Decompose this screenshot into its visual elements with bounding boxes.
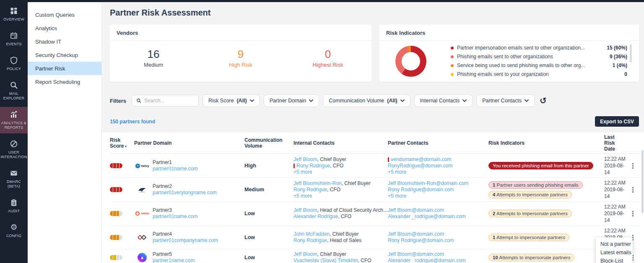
chevron-down-icon	[400, 99, 405, 102]
filter-communication-volume[interactable]: Communication Volume(All)	[323, 94, 410, 107]
row-menu-kebab[interactable]	[629, 186, 636, 193]
filter-risk-score[interactable]: Risk Score(All)	[203, 94, 260, 107]
partner-contact-link[interactable]: Rony Rodrigue@domain.com	[388, 187, 454, 193]
internal-contact-link[interactable]: Alexander Rodrigue	[293, 214, 338, 220]
submenu-item-report-scheduling[interactable]: Report Scheduling	[28, 75, 101, 89]
reset-filters-icon[interactable]: ↺	[540, 96, 547, 105]
partner-contact-link[interactable]: Jeff Bloomshtein-Ron@domain.com	[388, 180, 468, 187]
search-input[interactable]	[144, 98, 194, 104]
partner-logo-ring	[134, 211, 150, 216]
partner-contacts-more-link[interactable]: +5 more	[388, 193, 488, 199]
risk-time: 12:22 AM	[604, 180, 629, 186]
row-menu-kebab[interactable]	[629, 210, 636, 217]
internal-contact-link[interactable]: John McFadden	[293, 231, 330, 237]
risk-time: 12:22 AM	[604, 227, 629, 234]
submenu-item-analytics[interactable]: Analytics	[28, 21, 101, 35]
internal-contact-link[interactable]: Rony Rodrigue	[293, 187, 327, 193]
internal-contact-link[interactable]: Vyacheslav (Slava) Timokhin	[293, 258, 358, 263]
partner-contact-link[interactable]: Rony Rodrigue@domain.com	[388, 237, 454, 244]
partner-contacts-cell: vendorname@domain.comRonyRodrigue@domain…	[388, 156, 488, 175]
internal-contact-link[interactable]: Jeff Bloom	[293, 251, 317, 258]
sidebar-item-audit[interactable]: AUDIT	[0, 195, 28, 217]
legend-scrollbar[interactable]	[630, 44, 632, 62]
partner-contact-link[interactable]: Jeff Bloom@domain.com	[388, 231, 444, 237]
calendar-icon	[10, 31, 18, 40]
internal-contact-link[interactable]: Rony Rodrigue	[293, 237, 327, 244]
row-menu-kebab[interactable]	[629, 162, 636, 169]
partner-name: Partner4	[153, 231, 218, 237]
table-row: Partner4partner01companyname.comLowJohn …	[110, 226, 641, 250]
sidebar-item-user-interaction[interactable]: USER INTERACTION	[0, 136, 28, 163]
internal-contact-link[interactable]: Rony Rodrigue	[296, 163, 330, 169]
risk-indicators-cell: 1 Attempt to impersonate partners	[488, 234, 604, 241]
partner-contact-link[interactable]: Alexander _rodrigue@domain.com	[388, 258, 466, 263]
risk-date: 2019-08-14	[604, 210, 629, 224]
partner-contact-link[interactable]: Jeff Bloom@domain.com	[388, 207, 444, 214]
secondary-sidebar: Custom QueriesAnalyticsShadow ITSecurity…	[28, 2, 102, 263]
export-csv-button[interactable]: Export to CSV	[595, 116, 639, 127]
partner-domain-link[interactable]: partner01name.com	[153, 214, 197, 220]
legend-value: 9 (36%)	[610, 54, 627, 60]
partner-domain-link[interactable]: partner01verylongname.com	[153, 190, 217, 196]
gear-icon: ⚙	[10, 223, 18, 232]
sidebar-item-dmarc-beta[interactable]: DMARC (BETA)	[0, 166, 28, 192]
sidebar-item-analytics-reports[interactable]: ANALYTICS & REPORTS	[0, 107, 28, 133]
partner-contact-link[interactable]: Alexander _rodrigue@domain.com	[388, 214, 466, 220]
filter-internal-contacts[interactable]: Internal Contacts	[414, 94, 473, 107]
partner-domain-link[interactable]: partner01name.com	[153, 166, 197, 172]
sidebar-item-overview[interactable]: OVERVIEW	[0, 3, 28, 25]
column-header-risk-score[interactable]: Risk Score ▾	[110, 137, 134, 149]
partner-contact: Jeff Bloomshtein-Ron@domain.com	[388, 180, 488, 187]
partner-domain-link[interactable]: partner01companyname.com	[153, 237, 218, 244]
legend-item: Partner impersonation emails sent to oth…	[451, 45, 627, 51]
filter-partner-domain[interactable]: Partner Domain	[264, 94, 319, 107]
sidebar-item-config[interactable]: ⚙CONFIG	[0, 220, 28, 242]
vendor-stat-medium: 16Medium	[110, 47, 197, 68]
submenu-item-custom-queries[interactable]: Custom Queries	[28, 8, 101, 21]
submenu-item-partner-risk[interactable]: Partner Risk	[28, 62, 101, 75]
risk-flag-bar	[293, 164, 295, 168]
risk-indicators-body: Partner impersonation emails sent to oth…	[379, 41, 639, 80]
internal-contact-link[interactable]: Jeff Bloomshtein-Ron	[293, 180, 342, 187]
risk-score-indicator	[110, 163, 122, 168]
internal-contact-link[interactable]: Jeff Bloom	[293, 156, 317, 163]
sidebar-item-policy[interactable]: POLICY	[0, 53, 28, 75]
context-menu-item-latest-emails[interactable]: Latest emails	[596, 248, 633, 257]
vendors-card: Vendors 16Medium9High Risk0Highest Risk	[110, 25, 371, 82]
partner-contact-link[interactable]: vendorname@domain.com	[391, 156, 451, 163]
submenu-item-security-checkup[interactable]: Security Checkup	[28, 48, 101, 62]
submenu-item-shadow-it[interactable]: Shadow IT	[28, 35, 101, 48]
internal-contacts-more-link[interactable]: +5 more	[293, 193, 388, 199]
partner-contact: Rony Rodrigue@domain.com	[388, 237, 488, 244]
partner-contact: Alexander _rodrigue@domain.com	[388, 258, 488, 263]
partner-contacts-cell: Jeff Bloom@domain.comRony Rodrigue@domai…	[388, 231, 488, 244]
search-icon	[10, 81, 18, 89]
page-title: Partner Risk Assessment	[110, 8, 644, 18]
partner-contact: Jeff Bloom@domain.com	[388, 207, 488, 214]
table-scrollbar[interactable]	[641, 150, 644, 213]
partner-contact-link[interactable]: RonyRodrigue@domain.com	[388, 163, 452, 169]
vendors-stats: 16Medium9High Risk0Highest Risk	[110, 41, 371, 68]
internal-contact: Rony Rodrigue, Head of Sales	[293, 237, 388, 244]
risk-donut-chart	[395, 46, 426, 77]
partner-contact: Rony Rodrigue@domain.com	[388, 187, 488, 193]
context-menu-item-not-a-partner[interactable]: Not a partner	[596, 240, 633, 248]
main-content: Partner Risk Assessment Vendors 16Medium…	[102, 2, 644, 263]
filters-bar: Filters Risk Score(All)Partner DomainCom…	[110, 94, 639, 107]
circle-slash-icon	[10, 140, 18, 148]
vendor-stat-label: High Risk	[197, 62, 284, 68]
partner-contacts-more-link[interactable]: +5 more	[388, 169, 488, 175]
partner-domain-link[interactable]: partner1name.com	[153, 258, 195, 263]
context-menu-item-block-list[interactable]: Block-List	[596, 257, 633, 263]
filter-partner-contacts[interactable]: Partner Contacts	[476, 94, 535, 107]
internal-contact-link[interactable]: Jeff Bloom	[293, 207, 317, 214]
column-header-partner-domain: Partner Domain	[134, 140, 244, 146]
mail-icon	[10, 169, 18, 177]
vendor-stat-value: 9	[197, 47, 284, 61]
sidebar-item-mail-explorer[interactable]: MAIL EXPLORER	[0, 78, 28, 104]
sidebar-item-label: POLICY	[7, 67, 21, 71]
column-header-communication-volume: Communication Volume	[244, 137, 293, 149]
internal-contacts-more-link[interactable]: +5 more	[293, 169, 388, 175]
sidebar-item-events[interactable]: EVENTS	[0, 28, 28, 50]
partner-contact-link[interactable]: Jeff Bloom@domain.com	[388, 251, 444, 258]
